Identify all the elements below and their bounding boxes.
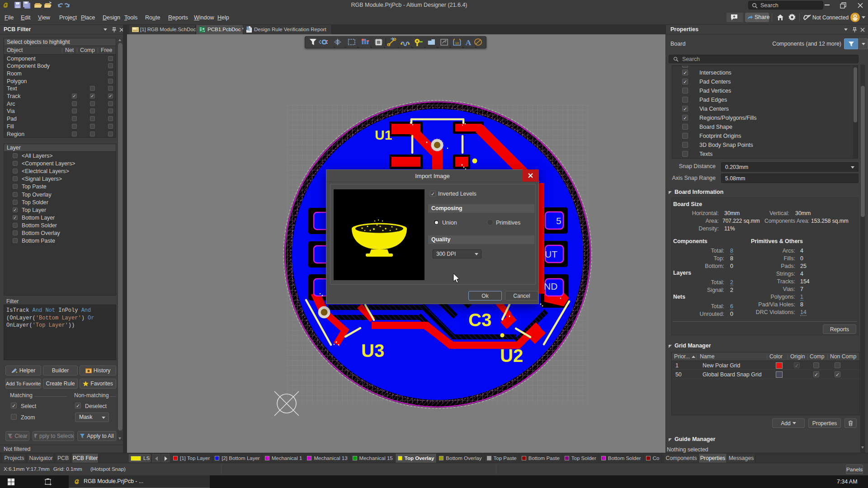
svg-text:UT: UT (545, 249, 557, 259)
svg-text:U1: U1 (375, 127, 392, 142)
svg-text:10: 10 (455, 41, 459, 45)
svg-text:U2: U2 (500, 346, 523, 366)
svg-text:U3: U3 (361, 341, 384, 361)
svg-text:ND: ND (544, 281, 557, 291)
svg-text:C3: C3 (468, 310, 491, 330)
svg-text:5: 5 (556, 216, 561, 226)
svg-text:A: A (465, 38, 472, 47)
